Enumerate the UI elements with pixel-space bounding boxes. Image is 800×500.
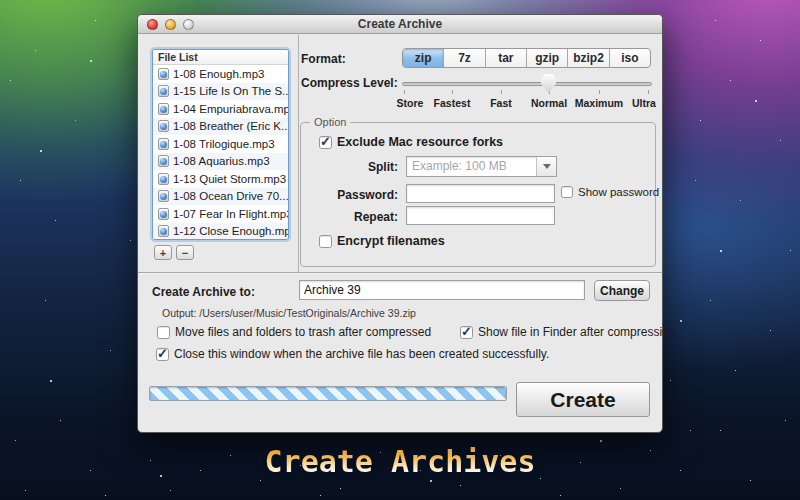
format-segment-iso[interactable]: iso bbox=[610, 49, 650, 67]
file-name: 1-04 Empuriabrava.mp3 bbox=[173, 103, 288, 115]
close-window-checkbox[interactable] bbox=[156, 348, 169, 361]
show-finder-checkbox-row[interactable]: Show file in Finder after compression bbox=[460, 325, 675, 339]
close-window-label: Close this window when the archive file … bbox=[174, 347, 549, 361]
file-name: 1-08 Breather (Eric K... bbox=[173, 120, 288, 132]
close-button[interactable] bbox=[147, 19, 158, 30]
split-placeholder: Example: 100 MB bbox=[407, 157, 536, 176]
slider-tick-label-fast: Fast bbox=[490, 97, 512, 109]
chevron-down-icon bbox=[543, 164, 551, 169]
format-segmented-control: zip 7z tar gzip bzip2 iso bbox=[402, 48, 651, 68]
list-item[interactable]: 1-15 Life Is On The S... bbox=[153, 83, 288, 101]
panel-divider bbox=[298, 35, 299, 272]
audio-file-icon bbox=[158, 68, 169, 80]
close-window-checkbox-row[interactable]: Close this window when the archive file … bbox=[156, 347, 549, 361]
audio-file-icon bbox=[158, 190, 169, 202]
create-button[interactable]: Create bbox=[516, 382, 650, 417]
create-archive-window: Create Archive File List 1-08 Enough.mp3… bbox=[137, 14, 663, 433]
app-caption: Create Archives bbox=[0, 444, 800, 479]
audio-file-icon bbox=[158, 85, 169, 97]
file-name: 1-07 Fear In Flight.mp3 bbox=[173, 208, 288, 220]
file-name: 1-08 Aquarius.mp3 bbox=[173, 155, 270, 167]
list-item[interactable]: 1-13 Quiet Storm.mp3 bbox=[153, 170, 288, 188]
section-divider bbox=[138, 272, 662, 273]
compress-level-label: Compress Level: bbox=[301, 76, 398, 90]
exclude-forks-label: Exclude Mac resource forks bbox=[337, 135, 503, 149]
split-label: Split: bbox=[301, 160, 398, 174]
window-title: Create Archive bbox=[138, 15, 662, 34]
audio-file-icon bbox=[158, 120, 169, 132]
slider-tick-label-store: Store bbox=[397, 97, 424, 109]
file-name: 1-08 Enough.mp3 bbox=[173, 68, 264, 80]
format-segment-tar[interactable]: tar bbox=[486, 49, 527, 67]
encrypt-filenames-checkbox[interactable] bbox=[319, 235, 332, 248]
remove-file-button[interactable]: − bbox=[176, 245, 194, 260]
move-trash-label: Move files and folders to trash after co… bbox=[175, 325, 431, 339]
move-trash-checkbox-row[interactable]: Move files and folders to trash after co… bbox=[157, 325, 431, 339]
audio-file-icon bbox=[158, 173, 169, 185]
format-segment-7z[interactable]: 7z bbox=[444, 49, 485, 67]
encrypt-filenames-label: Encrypt filenames bbox=[337, 234, 445, 248]
password-field[interactable] bbox=[406, 184, 555, 203]
show-finder-checkbox[interactable] bbox=[460, 326, 473, 339]
file-name: 1-13 Quiet Storm.mp3 bbox=[173, 173, 286, 185]
list-item[interactable]: 1-08 Enough.mp3 bbox=[153, 65, 288, 83]
show-finder-label: Show file in Finder after compression bbox=[478, 325, 675, 339]
list-item[interactable]: 1-04 Empuriabrava.mp3 bbox=[153, 100, 288, 118]
titlebar[interactable]: Create Archive bbox=[138, 15, 662, 34]
list-item[interactable]: 1-08 Breather (Eric K... bbox=[153, 118, 288, 136]
encrypt-filenames-checkbox-row[interactable]: Encrypt filenames bbox=[319, 234, 445, 248]
slider-tick-label-ultra: Ultra bbox=[632, 97, 656, 109]
move-trash-checkbox[interactable] bbox=[157, 326, 170, 339]
archive-name-field[interactable] bbox=[299, 280, 585, 300]
file-name: 1-15 Life Is On The S... bbox=[173, 85, 288, 97]
option-group: Option Exclude Mac resource forks Split:… bbox=[300, 122, 656, 267]
slider-thumb[interactable] bbox=[541, 74, 556, 93]
slider-track[interactable] bbox=[402, 82, 652, 86]
format-segment-gzip[interactable]: gzip bbox=[527, 49, 568, 67]
show-password-checkbox[interactable] bbox=[561, 186, 573, 198]
audio-file-icon bbox=[158, 103, 169, 115]
file-list-header: File List bbox=[153, 50, 288, 65]
audio-file-icon bbox=[158, 155, 169, 167]
show-password-checkbox-row[interactable]: Show password bbox=[561, 186, 659, 198]
password-label: Password: bbox=[301, 188, 398, 202]
option-group-legend: Option bbox=[310, 116, 350, 128]
file-name: 1-12 Close Enough.mp3 bbox=[173, 225, 288, 237]
repeat-label: Repeat: bbox=[301, 210, 398, 224]
slider-tick-label-maximum: Maximum bbox=[575, 97, 623, 109]
list-item[interactable]: 1-08 Aquarius.mp3 bbox=[153, 153, 288, 171]
audio-file-icon bbox=[158, 138, 169, 150]
format-segment-bzip2[interactable]: bzip2 bbox=[568, 49, 609, 67]
exclude-forks-checkbox[interactable] bbox=[319, 136, 332, 149]
slider-tick-label-fastest: Fastest bbox=[434, 97, 471, 109]
list-item[interactable]: 1-08 Ocean Drive 70... bbox=[153, 188, 288, 206]
audio-file-icon bbox=[158, 208, 169, 220]
audio-file-icon bbox=[158, 225, 169, 237]
format-label: Format: bbox=[301, 52, 346, 66]
slider-tick-mark bbox=[648, 90, 649, 94]
file-name: 1-08 Trilogique.mp3 bbox=[173, 138, 275, 150]
repeat-field[interactable] bbox=[406, 206, 555, 225]
split-combobox[interactable]: Example: 100 MB bbox=[406, 156, 557, 177]
format-segment-zip[interactable]: zip bbox=[403, 49, 444, 67]
output-path: Output: /Users/user/Music/TestOriginals/… bbox=[162, 307, 416, 319]
add-file-button[interactable]: + bbox=[154, 245, 172, 260]
slider-tick-label-normal: Normal bbox=[531, 97, 567, 109]
list-item[interactable]: 1-07 Fear In Flight.mp3 bbox=[153, 205, 288, 223]
compress-level-slider[interactable]: Store Fastest Fast Normal Maximum Ultra bbox=[402, 73, 652, 113]
zoom-button[interactable] bbox=[183, 19, 194, 30]
slider-tick-mark bbox=[599, 90, 600, 94]
stars-large bbox=[0, 0, 2, 2]
exclude-forks-checkbox-row[interactable]: Exclude Mac resource forks bbox=[319, 135, 503, 149]
list-item[interactable]: 1-08 Trilogique.mp3 bbox=[153, 135, 288, 153]
progress-bar bbox=[149, 386, 507, 401]
split-dropdown-button[interactable] bbox=[536, 157, 556, 176]
minimize-button[interactable] bbox=[165, 19, 176, 30]
slider-tick-mark bbox=[501, 90, 502, 94]
file-list[interactable]: File List 1-08 Enough.mp3 1-15 Life Is O… bbox=[152, 49, 289, 240]
slider-tick-mark bbox=[404, 90, 405, 94]
destination-label: Create Archive to: bbox=[152, 285, 255, 299]
file-name: 1-08 Ocean Drive 70... bbox=[173, 190, 288, 202]
list-item[interactable]: 1-12 Close Enough.mp3 bbox=[153, 223, 288, 241]
change-button[interactable]: Change bbox=[594, 280, 650, 301]
